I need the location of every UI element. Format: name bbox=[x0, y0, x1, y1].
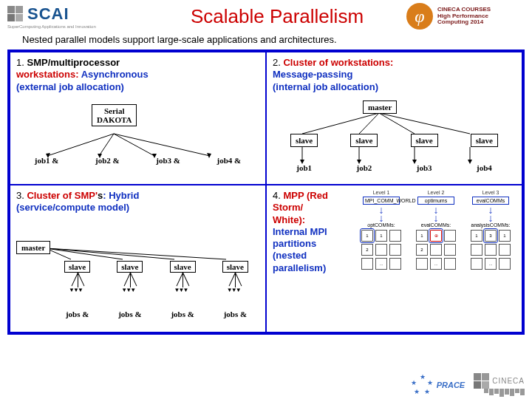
logo-courses: φ CINECA COURSES High Performance Comput… bbox=[406, 3, 525, 30]
q3-jobs: jobs & bbox=[171, 310, 194, 318]
fan-icon bbox=[66, 273, 89, 287]
cineca-squares-icon bbox=[474, 373, 489, 389]
quadrant-2: 2. Cluster of workstations: Message-pass… bbox=[266, 52, 522, 185]
svg-line-10 bbox=[379, 113, 415, 134]
svg-line-1 bbox=[99, 134, 114, 156]
q3-master-box: master bbox=[16, 241, 50, 254]
phi-icon: φ bbox=[406, 3, 433, 30]
bars-icon bbox=[484, 389, 525, 397]
svg-line-11 bbox=[379, 113, 470, 134]
q2-job: job1 bbox=[296, 163, 312, 172]
q3-slaves-row: slave ▼▼▼ slave ▼▼▼ slave ▼▼▼ slave ▼▼▼ bbox=[51, 259, 262, 293]
q2-job: job3 bbox=[417, 163, 432, 172]
fan-icon bbox=[224, 273, 246, 287]
q4-col-3: Level 3 evalCOMMs ↓ ↓ analysisCOMMs: 131… bbox=[465, 190, 516, 270]
quadrant-3: 3. Cluster of SMP's: Hybrid (service/com… bbox=[10, 185, 266, 332]
q2-slave: slave bbox=[290, 134, 318, 147]
q2-job: job4 bbox=[477, 163, 492, 172]
q3-title: 3. Cluster of SMP's: Hybrid (service/com… bbox=[16, 190, 259, 214]
scai-subtitle: SuperComputing Applications and Innovati… bbox=[7, 24, 148, 29]
scai-text: SCAI bbox=[27, 4, 69, 24]
q2-title: 2. Cluster of workstations: Message-pass… bbox=[273, 57, 516, 93]
svg-line-21 bbox=[46, 248, 123, 259]
q4-col-1: Level 1 MPI_COMM_WORLD ↓ ↓ optCOMMs: 11 … bbox=[355, 190, 407, 270]
q3-slave-col: slave ▼▼▼ bbox=[117, 259, 143, 293]
quadrant-grid: 1. SMP/multiprocessor workstations: Asyn… bbox=[7, 50, 525, 335]
q1-job2: job2 & bbox=[95, 156, 120, 165]
q3-jobs: jobs & bbox=[66, 310, 89, 318]
svg-line-8 bbox=[302, 113, 379, 134]
svg-line-9 bbox=[359, 113, 379, 134]
logo-cineca-footer: CINECA bbox=[474, 373, 525, 397]
q2-master-box: master bbox=[363, 100, 397, 114]
page-title: Scalable Parallelism bbox=[148, 5, 406, 28]
q3-jobs: jobs & bbox=[224, 310, 247, 318]
q2-jobs-row: job1 job2 job3 job4 bbox=[267, 163, 522, 172]
quadrant-4: 4. MPP (Red Storm/ White): Internal MPI … bbox=[266, 185, 522, 332]
courses-text: CINECA COURSES High Performance Computin… bbox=[437, 7, 491, 26]
q3-slave-col: slave ▼▼▼ bbox=[64, 259, 90, 293]
q4-col-2: Level 2 optimums ↓ ↓ evalCOMMs: 1⊕ 2 ... bbox=[410, 190, 462, 270]
quadrant-1: 1. SMP/multiprocessor workstations: Asyn… bbox=[10, 52, 266, 185]
q1-root-box: SerialDAKOTA bbox=[92, 104, 137, 126]
q4-title: 4. MPP (Red Storm/ White): Internal MPI … bbox=[273, 190, 354, 274]
q1-job1: job1 & bbox=[35, 156, 59, 165]
q2-slave: slave bbox=[350, 134, 378, 147]
q1-jobs-row: job1 & job2 & job3 & job4 & bbox=[10, 156, 265, 165]
svg-line-23 bbox=[46, 248, 226, 259]
arrow-down-icon: ↓ bbox=[410, 214, 462, 222]
q3-jobs-row: jobs & jobs & jobs & jobs & bbox=[51, 310, 262, 318]
q4-diagram: Level 1 MPI_COMM_WORLD ↓ ↓ optCOMMs: 11 … bbox=[355, 190, 519, 329]
stars-icon: ★ ★ ★ ★ ★ bbox=[411, 373, 434, 397]
q2-slave: slave bbox=[471, 134, 498, 147]
q1-job4: job4 & bbox=[217, 156, 242, 165]
q2-job: job2 bbox=[356, 163, 372, 172]
q3-slave-col: slave ▼▼▼ bbox=[170, 259, 196, 293]
svg-line-22 bbox=[46, 248, 174, 259]
svg-line-3 bbox=[114, 134, 210, 156]
q1-title: 1. SMP/multiprocessor workstations: Asyn… bbox=[16, 57, 259, 93]
q2-slave: slave bbox=[411, 134, 438, 147]
q3-slave-col: slave ▼▼▼ bbox=[222, 259, 248, 293]
subtitle: Nested parallel models support large-sca… bbox=[0, 33, 532, 50]
arrow-down-icon: ↓ bbox=[465, 214, 516, 222]
footer: ★ ★ ★ ★ ★ PRACE CINECA bbox=[411, 373, 525, 397]
fan-icon bbox=[119, 273, 141, 287]
logo-prace: ★ ★ ★ ★ ★ PRACE bbox=[411, 373, 466, 397]
q3-jobs: jobs & bbox=[118, 310, 141, 318]
header: SCAI SuperComputing Applications and Inn… bbox=[0, 0, 532, 33]
q1-job3: job3 & bbox=[156, 156, 180, 165]
arrow-down-icon: ↓ bbox=[355, 214, 407, 222]
svg-line-2 bbox=[114, 134, 154, 156]
logo-scai: SCAI SuperComputing Applications and Inn… bbox=[7, 4, 148, 29]
cineca-squares-icon bbox=[7, 6, 23, 21]
fan-icon bbox=[171, 273, 194, 287]
svg-line-0 bbox=[47, 134, 114, 156]
q2-slaves-row: slave slave slave slave bbox=[267, 134, 522, 147]
